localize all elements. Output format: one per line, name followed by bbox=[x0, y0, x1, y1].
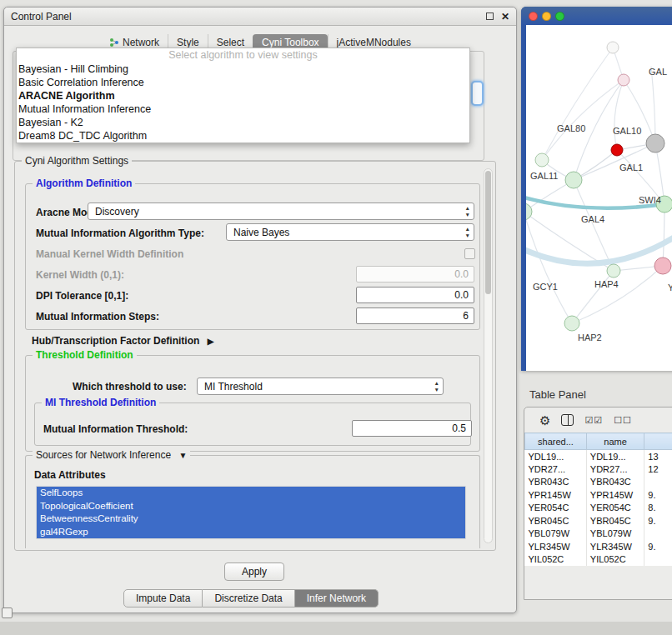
network-node[interactable] bbox=[654, 258, 671, 274]
apply-button[interactable]: Apply bbox=[224, 562, 284, 581]
attribute-item[interactable]: TopologicalCoefficient bbox=[37, 500, 465, 513]
network-icon bbox=[109, 38, 119, 48]
table-cell: YIL052C bbox=[586, 553, 644, 567]
table-row[interactable]: YIL052CYIL052C bbox=[525, 553, 672, 567]
algorithm-option[interactable]: Basic Correlation Inference bbox=[17, 76, 469, 89]
algorithm-option[interactable]: Bayesian - Hill Climbing bbox=[17, 62, 469, 76]
attribute-item[interactable]: BetweennessCentrality bbox=[37, 512, 465, 526]
network-canvas[interactable]: GAL80GAL10GAL11GAL1SWI4GAL4GCY1HAP4HAP2G… bbox=[526, 25, 672, 371]
algorithm-option[interactable]: Mutual Information Inference bbox=[17, 102, 469, 116]
table-row[interactable]: YBR045CYBR045C9. bbox=[525, 514, 672, 528]
table-row[interactable]: YLR345WYLR345W9. bbox=[525, 540, 672, 553]
threshold-definition-title: Threshold Definition bbox=[33, 349, 137, 361]
network-node[interactable] bbox=[607, 264, 620, 278]
bottom-tab-impute-data[interactable]: Impute Data bbox=[123, 589, 203, 608]
network-graph[interactable]: GAL80GAL10GAL11GAL1SWI4GAL4GCY1HAP4HAP2G… bbox=[526, 25, 672, 371]
gear-icon[interactable]: ⚙ bbox=[539, 414, 550, 427]
table-cell: YBR043C bbox=[525, 476, 587, 489]
table-cell: 9. bbox=[644, 540, 672, 553]
table-cell bbox=[644, 553, 672, 567]
node-label: SWI4 bbox=[639, 195, 661, 205]
restore-panel-icon[interactable] bbox=[2, 608, 13, 618]
table-row[interactable]: YDR27...YDR27...12 bbox=[525, 462, 672, 476]
dpi-tolerance-value: 0.0 bbox=[454, 289, 469, 301]
which-threshold-select[interactable]: MI Threshold ▲▼ bbox=[197, 378, 444, 395]
network-edge bbox=[663, 204, 664, 266]
network-node[interactable] bbox=[607, 42, 619, 53]
network-view-window: GAL80GAL10GAL11GAL1SWI4GAL4GCY1HAP4HAP2G… bbox=[521, 7, 672, 371]
network-node[interactable] bbox=[565, 172, 582, 188]
mac-minimize-icon[interactable] bbox=[542, 12, 551, 21]
table-cell: YPR145W bbox=[586, 488, 644, 502]
table-row[interactable]: YDL19...YDL19...13 bbox=[525, 450, 672, 463]
table-cell: YDL19... bbox=[586, 450, 644, 463]
float-window-icon[interactable] bbox=[486, 12, 494, 20]
window-title: Control Panel bbox=[11, 11, 72, 22]
algorithm-option[interactable]: Bayesian - K2 bbox=[17, 116, 469, 129]
table-row[interactable]: YBL079WYBL079W bbox=[525, 528, 672, 541]
mac-close-icon[interactable] bbox=[529, 12, 538, 21]
sources-title-text: Sources for Network Inference bbox=[36, 449, 171, 461]
data-attributes-label: Data Attributes bbox=[34, 469, 106, 481]
network-node[interactable] bbox=[611, 144, 623, 156]
manual-kernel-checkbox[interactable] bbox=[464, 248, 475, 259]
select-all-icon[interactable]: ☑☑ bbox=[584, 415, 603, 426]
kernel-width-field[interactable]: 0.0 bbox=[356, 266, 474, 282]
network-edge bbox=[542, 48, 613, 160]
hub-definition-label: Hub/Transcription Factor Definition bbox=[32, 335, 199, 347]
footer-strip bbox=[0, 622, 672, 635]
columns-icon[interactable] bbox=[561, 414, 574, 426]
table-cell: YDR27... bbox=[586, 462, 644, 476]
attribute-item[interactable]: gal4RGexp bbox=[37, 526, 465, 539]
table-cell: YDL19... bbox=[525, 450, 587, 463]
sources-group: Sources for Network Inference ▼ Data Att… bbox=[25, 455, 480, 548]
network-node[interactable] bbox=[535, 153, 549, 167]
collapse-arrow-icon[interactable]: ▼ bbox=[178, 451, 187, 460]
kernel-width-label: Kernel Width (0,1): bbox=[36, 269, 124, 281]
deselect-all-icon[interactable]: ☐☐ bbox=[614, 415, 632, 426]
network-node[interactable] bbox=[646, 134, 664, 152]
mac-zoom-icon[interactable] bbox=[555, 12, 564, 21]
column-header[interactable] bbox=[644, 433, 672, 450]
mi-type-select[interactable]: Naive Bayes ▲▼ bbox=[226, 223, 474, 241]
dpi-tolerance-field[interactable]: 0.0 bbox=[356, 287, 474, 303]
network-window-titlebar bbox=[521, 7, 672, 25]
algorithm-option[interactable]: Dream8 DC_TDC Algorithm bbox=[17, 129, 469, 142]
table-cell: YPR145W bbox=[525, 488, 587, 502]
tab-label: jActiveMNodules bbox=[337, 37, 411, 48]
table-cell: YDR27... bbox=[525, 462, 587, 476]
settings-scrollbar[interactable] bbox=[484, 168, 493, 543]
bottom-tab-bar: Impute DataDiscretize DataInfer Network bbox=[123, 589, 379, 608]
table-row[interactable]: YPR145WYPR145W9. bbox=[525, 488, 672, 502]
mi-threshold-field[interactable]: 0.5 bbox=[352, 420, 472, 437]
help-button-fragment[interactable] bbox=[471, 81, 484, 106]
table-row[interactable]: YER054CYER054C8. bbox=[525, 502, 672, 515]
table-row[interactable]: YBR043CYBR043C bbox=[525, 476, 672, 489]
tab-label: Style bbox=[177, 37, 199, 48]
node-label: GAL11 bbox=[530, 171, 558, 181]
attribute-item[interactable]: SelfLoops bbox=[37, 487, 465, 500]
algorithm-option[interactable]: ARACNE Algorithm bbox=[17, 89, 469, 102]
column-header[interactable]: name bbox=[586, 433, 644, 450]
node-label: GCY1 bbox=[533, 282, 558, 292]
bottom-tab-discretize-data[interactable]: Discretize Data bbox=[203, 589, 294, 608]
hub-definition-toggle[interactable]: Hub/Transcription Factor Definition ▶ bbox=[32, 335, 213, 347]
threshold-definition-group: Threshold Definition Which threshold to … bbox=[25, 355, 480, 452]
network-node[interactable] bbox=[618, 74, 629, 86]
mi-threshold-label: Mutual Information Threshold: bbox=[43, 423, 188, 435]
table-cell: YLR345W bbox=[586, 540, 644, 553]
node-label: HAP2 bbox=[578, 332, 602, 342]
table-cell: YBR045C bbox=[586, 514, 644, 528]
scrollbar-thumb[interactable] bbox=[485, 171, 491, 294]
tab-label: Cyni Toolbox bbox=[262, 37, 318, 48]
expand-arrow-icon[interactable]: ▶ bbox=[208, 337, 214, 346]
algorithm-definition-group: Algorithm Definition Aracne Mode: Discov… bbox=[25, 183, 480, 330]
network-node[interactable] bbox=[564, 316, 579, 331]
column-header[interactable]: shared... bbox=[525, 433, 587, 450]
table-cell: 12 bbox=[644, 462, 672, 476]
bottom-tab-infer-network[interactable]: Infer Network bbox=[295, 589, 379, 608]
mi-steps-field[interactable]: 6 bbox=[356, 308, 474, 324]
sources-title: Sources for Network Inference ▼ bbox=[33, 449, 190, 461]
close-icon[interactable]: ✕ bbox=[501, 12, 509, 21]
aracne-mode-select[interactable]: Discovery ▲▼ bbox=[88, 202, 474, 220]
